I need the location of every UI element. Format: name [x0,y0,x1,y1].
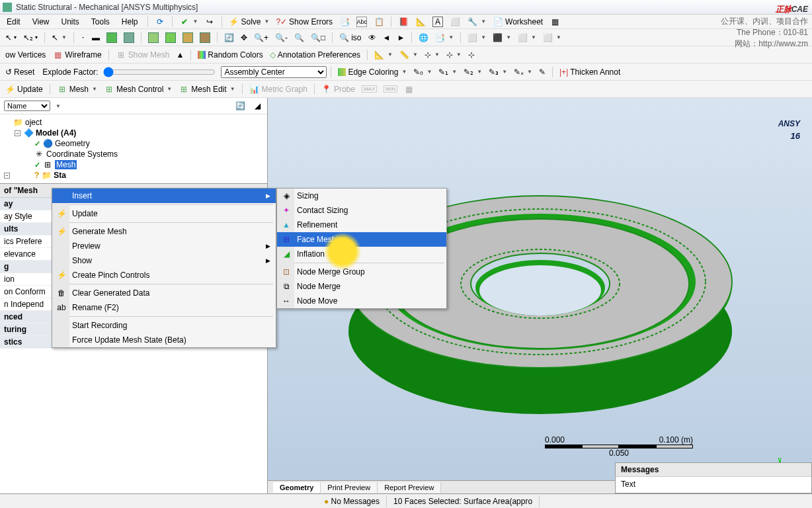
sub-node-merge[interactable]: ⧉ Node Merge [277,279,446,294]
display-button-1[interactable]: ⬜▼ [465,32,489,44]
sub-contact-sizing[interactable]: ✦ Contact Sizing [277,203,446,218]
tree-model[interactable]: − 🔷 Model (A4) [1,128,266,138]
sel-edge[interactable]: ▬ [89,32,102,44]
tb-icon-7[interactable]: ⬜ [447,15,463,28]
coord-icon-5[interactable]: ⊹ [466,49,477,61]
ctx-create-pinch[interactable]: ⚡ Create Pinch Controls [52,268,276,282]
tb-icon-9[interactable]: ▦ [547,15,563,28]
ctx-update[interactable]: ⚡ Update [52,206,276,221]
thicken-button[interactable]: |+|Thicken Annot [557,66,623,78]
display-button-4[interactable]: ⬜▼ [540,32,564,44]
solve-button[interactable]: ⚡Solve▼ [226,16,272,28]
zoom-fit-button[interactable]: 🔍 [292,32,307,44]
menu-tools[interactable]: Tools [86,16,115,28]
explode-slider[interactable] [103,67,216,77]
edge-3[interactable]: ✎₂▼ [461,66,485,78]
collapse-icon[interactable]: − [15,130,20,136]
sub-face-meshing[interactable]: ⊞ Face Meshing [277,232,446,247]
coord-icon-4[interactable]: ⊹▼ [444,49,464,61]
select-mode-2[interactable]: ↖₂▾ [20,32,40,44]
menu-view[interactable]: View [27,16,55,28]
ctx-rename[interactable]: ab Rename (F2) [52,300,276,315]
tb-icon-1[interactable]: 📑 [337,15,352,28]
body-select-3[interactable] [180,31,196,44]
edge-2[interactable]: ✎₁▼ [436,66,460,78]
edge-1[interactable]: ✎₀▼ [411,66,434,78]
ctx-clear-data[interactable]: 🗑 Clear Generated Data [52,286,276,300]
tree-geometry[interactable]: ✓ 🔵 Geometry [1,138,266,149]
view-manage-button[interactable]: 🌐 [416,32,431,44]
coord-icon-1[interactable]: 📐▼ [372,49,395,61]
vertex-select[interactable]: ↖▼ [49,32,69,44]
sub-refinement[interactable]: ▲ Refinement [277,218,446,232]
tree-project[interactable]: 📁 oject [1,117,266,128]
mesh-edit-button[interactable]: ⊞Mesh Edit▼ [176,83,237,96]
zoom-box-button[interactable]: 🔍□ [308,32,328,44]
menu-edit[interactable]: Edit [1,16,26,28]
outline-tree[interactable]: 📁 oject − 🔷 Model (A4) ✓ 🔵 Geometry ✳ Co… [0,114,267,183]
body-select-2[interactable] [163,31,179,44]
zoom-out-button[interactable]: 🔍- [272,32,290,44]
edge-coloring-button[interactable]: Edge Coloring▼ [335,66,409,78]
annotation-prefs-button[interactable]: ◇Annotation Preferences [267,49,363,61]
view-next-button[interactable]: ► [394,32,407,44]
view-look-button[interactable]: 👁 [366,32,379,44]
menu-units[interactable]: Units [56,16,84,28]
sub-sizing[interactable]: ◈ Sizing [277,189,446,203]
refresh-button[interactable]: ⟳ [152,15,168,28]
random-colors-button[interactable]: Random Colors [195,49,265,61]
body-select-1[interactable] [145,31,161,44]
accept-button[interactable]: ✔▼ [177,15,201,28]
tb-icon-8[interactable]: 🔧▼ [464,15,489,28]
tree-static[interactable]: − ? 📁 Sta [1,170,266,181]
k-button[interactable]: ▲ [173,49,186,61]
messages-panel[interactable]: Messages Text [615,462,812,493]
tree-mesh[interactable]: ✓ ⊞ Mesh [1,159,266,170]
tab-print-preview[interactable]: Print Preview [321,482,378,493]
menu-help[interactable]: Help [116,16,143,28]
edge-6[interactable]: ✎ [536,66,548,78]
tb-icon-a[interactable]: A [430,15,446,28]
tab-report-preview[interactable]: Report Preview [378,482,441,493]
sub-node-move[interactable]: ↔ Node Move [277,294,446,308]
ctx-force-update[interactable]: Force Update Mesh State (Beta) [52,333,276,347]
coord-icon-3[interactable]: ⊹▼ [422,49,442,61]
wireframe-button[interactable]: ▦Wireframe [50,48,104,62]
tb-icon-4[interactable]: 📕 [395,15,411,28]
sub-inflation[interactable]: ◢ Inflation [277,247,446,261]
select-mode-1[interactable]: ↖▾ [3,32,19,44]
ctx-generate-mesh[interactable]: ⚡ Generate Mesh [52,224,276,239]
ctx-preview[interactable]: Preview ▶ [52,239,276,253]
show-errors-button[interactable]: ?✓Show Errors [273,16,335,28]
reset-button[interactable]: ↺Reset [3,66,37,78]
worksheet-button[interactable]: 📄Worksheet [490,15,546,28]
refresh-tree-icon[interactable]: 🔄 [233,100,248,112]
mesh-button[interactable]: ⊞Mesh▼ [54,83,100,96]
update-button[interactable]: ⚡Update [3,83,46,95]
body-select-4[interactable] [197,31,213,44]
view-prev-button[interactable]: ◄ [380,32,393,44]
sub-node-merge-group[interactable]: ⊡ Node Merge Group [277,265,446,279]
edge-5[interactable]: ✎ₓ▼ [511,66,535,78]
pan-button[interactable]: ✥ [238,32,250,44]
coord-icon-2[interactable]: 📏▼ [397,49,421,61]
ctx-show[interactable]: Show ▶ [52,253,276,268]
sel-body[interactable] [121,31,137,44]
tb-icon-5[interactable]: 📐 [413,15,428,28]
tb-icon-3[interactable]: 📋 [371,15,387,28]
arrow-button[interactable]: ↪ [202,15,218,28]
sel-face[interactable] [104,31,120,44]
ctx-start-recording[interactable]: Start Recording [52,318,276,333]
mesh-control-button[interactable]: ⊞Mesh Control▼ [101,83,175,96]
expand-tree-icon[interactable]: ◢ [252,100,263,112]
rotate-button[interactable]: 🔄 [222,32,237,44]
expand-icon[interactable]: − [4,173,10,179]
display-button-2[interactable]: ⬛▼ [490,32,514,44]
tree-coord-systems[interactable]: ✳ Coordinate Systems [1,149,266,159]
filter-select[interactable]: Name [4,101,50,111]
assembly-center-select[interactable]: Assembly Center [221,66,327,78]
zoom-in-button[interactable]: 🔍+ [251,32,271,44]
status-messages[interactable]: ● No Messages [317,495,387,507]
tb-icon-abc[interactable]: Abc [354,15,370,28]
display-button-3[interactable]: ⬜▼ [515,32,539,44]
